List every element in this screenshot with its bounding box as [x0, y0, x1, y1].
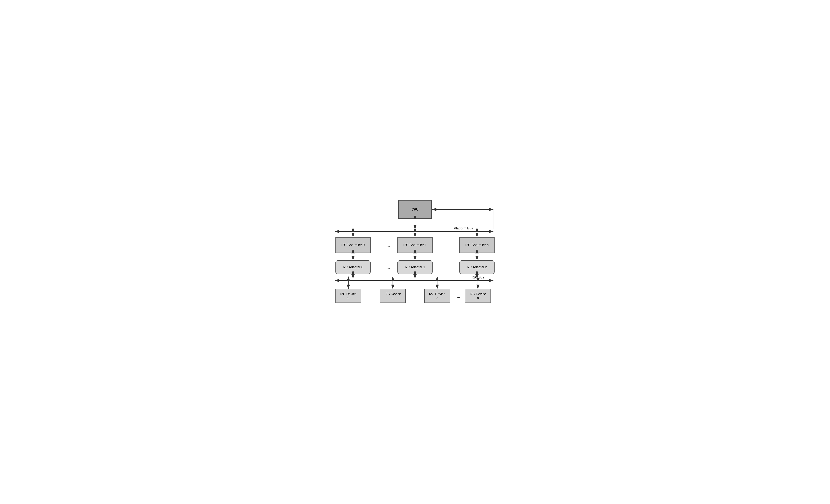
device-2-label: I2C Device2 — [429, 292, 445, 300]
i2c-controller-1-box: I2C Controller 1 — [397, 237, 433, 253]
i2c-bus-label: I2C Bus — [472, 276, 484, 279]
i2c-device-1-box: I2C Device1 — [380, 289, 406, 303]
i2c-controller-0-box: I2C Controller 0 — [336, 237, 371, 253]
i2c-controller-n-box: I2C Controller n — [459, 237, 494, 253]
dots-between-adapters: ... — [382, 264, 395, 270]
i2c-adapter-0-box: I2C Adapter 0 — [336, 260, 371, 274]
device-n-label: I2C Devicen — [470, 292, 486, 300]
controller-n-label: I2C Controller n — [465, 243, 489, 247]
device-1-label: I2C Device1 — [385, 292, 401, 300]
controller-1-label: I2C Controller 1 — [403, 243, 427, 247]
i2c-adapter-n-box: I2C Adapter n — [459, 260, 494, 274]
cpu-box: CPU — [398, 200, 432, 219]
cpu-label: CPU — [412, 208, 418, 212]
dots-between-controllers: ... — [382, 243, 395, 248]
i2c-device-n-box: I2C Devicen — [465, 289, 491, 303]
controller-0-label: I2C Controller 0 — [341, 243, 365, 247]
adapter-0-label: I2C Adapter 0 — [343, 265, 363, 269]
adapter-1-label: I2C Adapter 1 — [405, 265, 425, 269]
dots-between-devices: ... — [454, 294, 463, 299]
device-0-label: I2C Device0 — [340, 292, 356, 300]
architecture-diagram: CPU I2C Controller 0 I2C Controller 1 I2… — [332, 198, 498, 306]
i2c-device-2-box: I2C Device2 — [424, 289, 450, 303]
i2c-device-0-box: I2C Device0 — [336, 289, 361, 303]
platform-bus-label: Platform Bus — [454, 226, 473, 230]
adapter-n-label: I2C Adapter n — [467, 265, 487, 269]
i2c-adapter-1-box: I2C Adapter 1 — [397, 260, 433, 274]
